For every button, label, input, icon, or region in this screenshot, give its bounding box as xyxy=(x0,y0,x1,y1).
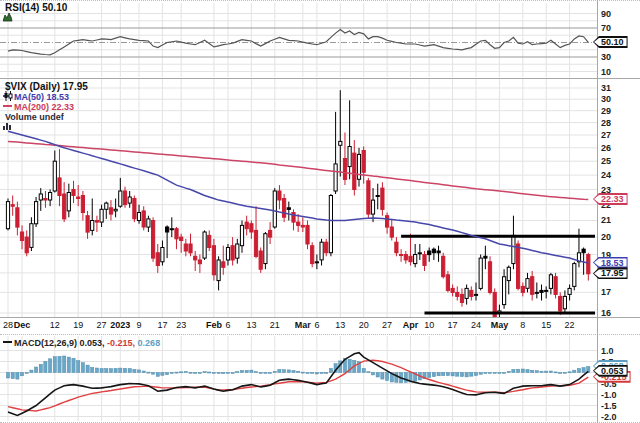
candle-body xyxy=(376,196,379,197)
price-value-tag: 18.53 xyxy=(593,257,628,269)
candle-body xyxy=(292,213,295,223)
macd-histogram-bar xyxy=(526,370,529,373)
macd-histogram-bar xyxy=(488,373,491,374)
macd-histogram-bar xyxy=(456,373,459,377)
x-axis-label: 28 xyxy=(3,320,13,331)
macd-histogram-bar xyxy=(123,368,126,372)
macd-histogram-bar xyxy=(30,370,33,372)
x-axis-label: 21 xyxy=(270,320,280,331)
price-axis-label: 23 xyxy=(601,185,611,195)
macd-histogram-bar xyxy=(161,373,164,376)
macd-histogram-bar xyxy=(189,372,192,373)
candle-body xyxy=(278,191,281,200)
candle-body xyxy=(460,294,463,302)
volume-label: Volume undef xyxy=(5,112,64,122)
price-axis-label: 16 xyxy=(601,308,611,318)
macd-histogram-bar xyxy=(535,371,538,373)
candle-body xyxy=(175,229,178,239)
rsi-plot xyxy=(0,0,597,78)
candle-body xyxy=(35,202,38,224)
candle-body xyxy=(72,190,75,196)
rsi-axis-label: 10 xyxy=(601,67,611,77)
x-axis-label: 24 xyxy=(471,320,481,331)
candle-body xyxy=(554,277,557,295)
candle-body xyxy=(147,219,150,227)
macd-histogram-bar xyxy=(568,372,571,373)
candle-body xyxy=(264,234,267,264)
x-axis-label: 12 xyxy=(50,320,60,331)
candle-body xyxy=(6,202,9,229)
symbol-title: $VIX (Daily) 17.95 xyxy=(5,81,88,92)
candle-body xyxy=(456,292,459,296)
candle-body xyxy=(306,225,309,244)
macd-histogram-bar xyxy=(95,368,98,373)
macd-histogram-bar xyxy=(166,373,169,375)
rsi-legend-label: RSI(14) 50.10 xyxy=(5,2,67,13)
candle-body xyxy=(582,249,585,253)
stockcharts-panel: RSI(14) 50.10 $VIX (Daily) 17.95 MA(50) … xyxy=(0,0,640,423)
candle-body xyxy=(386,216,389,227)
candle-body xyxy=(53,161,56,191)
macd-histogram-bar xyxy=(156,373,159,377)
macd-signal-value: -0.215, xyxy=(107,338,135,348)
candle-body xyxy=(451,288,454,292)
macd-histogram-bar xyxy=(39,364,42,372)
candle-body xyxy=(240,225,243,245)
candle-body xyxy=(44,199,47,201)
candle-body xyxy=(320,242,323,260)
x-axis-label: 17 xyxy=(157,320,167,331)
x-axis-label: 20 xyxy=(359,320,369,331)
macd-histogram-bar xyxy=(521,369,524,373)
candle-body xyxy=(442,256,445,276)
macd-histogram-bar xyxy=(81,363,84,373)
tag-value-text: 17.95 xyxy=(594,268,627,278)
candle-body xyxy=(339,141,342,145)
macd-histogram-bar xyxy=(222,373,225,374)
candle-body xyxy=(423,255,426,266)
rsi-legend: RSI(14) 50.10 xyxy=(3,2,67,13)
candle-body xyxy=(512,235,515,263)
macd-histogram-bar xyxy=(432,373,435,377)
candle-body xyxy=(418,253,421,254)
macd-histogram-bar xyxy=(67,357,70,372)
candle-body xyxy=(362,151,365,173)
macd-histogram-bar xyxy=(53,357,56,373)
candle-body xyxy=(283,199,286,218)
macd-histogram-bar xyxy=(297,371,300,372)
candle-body xyxy=(470,290,473,296)
macd-signal-line xyxy=(8,360,588,411)
candle-body xyxy=(189,244,192,253)
macd-value-tag: 0.053 xyxy=(593,365,628,377)
candle-body xyxy=(208,235,211,247)
candle-body xyxy=(95,221,98,223)
price-axis-label: 17 xyxy=(601,287,611,297)
macd-histogram-bar xyxy=(306,373,309,374)
candle-body xyxy=(395,242,398,253)
candle-body xyxy=(287,208,290,210)
macd-histogram-bar xyxy=(86,365,89,372)
candle-body xyxy=(573,264,576,287)
candle-body xyxy=(259,251,262,269)
x-axis-label: 19 xyxy=(73,320,83,331)
macd-plot xyxy=(0,335,597,423)
candle-body xyxy=(343,159,346,180)
candle-body xyxy=(517,244,520,288)
candle-body xyxy=(119,191,122,206)
macd-histogram-bar xyxy=(474,373,477,376)
candle-body xyxy=(568,288,571,294)
candle-body xyxy=(465,288,468,298)
macd-histogram-bar xyxy=(6,373,9,379)
candle-body xyxy=(446,275,449,291)
candle-body xyxy=(371,200,374,214)
candle-body xyxy=(49,193,52,201)
macd-histogram-bar xyxy=(563,372,566,373)
macd-histogram-bar xyxy=(35,367,38,373)
candle-body xyxy=(161,248,164,262)
macd-histogram-bar xyxy=(109,369,112,373)
candle-body xyxy=(63,194,66,219)
macd-histogram-bar xyxy=(77,361,80,373)
macd-histogram-bar xyxy=(386,373,389,381)
ma50-line xyxy=(8,131,588,263)
macd-histogram-bar xyxy=(236,372,239,373)
macd-histogram-bar xyxy=(381,373,384,380)
